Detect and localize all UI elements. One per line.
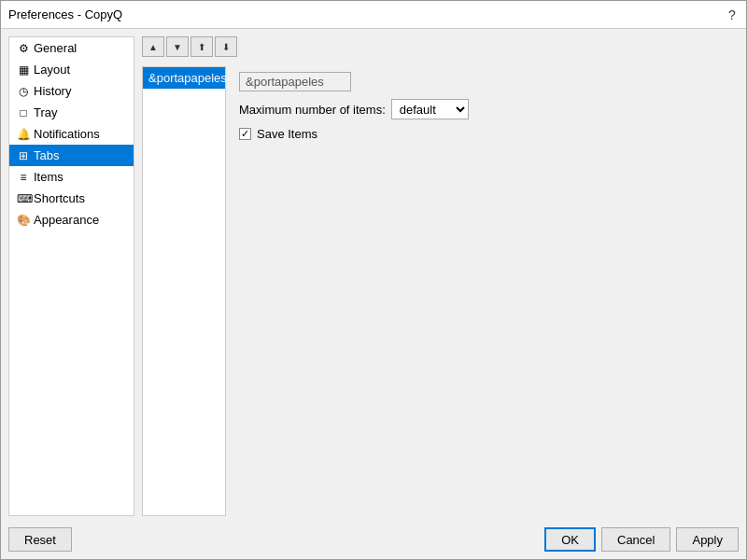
tray-icon: □ [17,106,30,119]
tabs-icon: ⊞ [17,149,30,162]
sidebar-item-shortcuts[interactable]: ⌨ Shortcuts [9,188,134,209]
title-bar-right: ? [722,8,739,21]
bottom-right: OK Cancel Apply [544,527,739,552]
general-icon: ⚙ [17,42,30,55]
sidebar: ⚙ General ▦ Layout ◷ History □ Tray 🔔 [8,36,134,516]
sidebar-item-label-appearance: Appearance [34,213,99,227]
max-items-select[interactable]: default 100 200 500 1000 unlimited [391,99,469,119]
sidebar-item-label-general: General [34,41,77,55]
sidebar-item-label-notifications: Notifications [34,127,100,141]
tab-list-panel: &portapapeles &portapapeles Maximum nu [142,66,739,516]
tab-list-box: &portapapeles [142,66,226,516]
layout-icon: ▦ [17,63,30,77]
items-icon: ≡ [17,171,30,184]
sidebar-item-layout[interactable]: ▦ Layout [9,59,134,80]
sidebar-item-label-tabs: Tabs [34,148,59,162]
reset-button[interactable]: Reset [8,527,72,552]
sidebar-item-appearance[interactable]: 🎨 Appearance [9,209,134,231]
max-items-dropdown[interactable]: default 100 200 500 1000 unlimited [392,100,468,119]
window-title: Preferences - CopyQ [8,7,122,21]
tab-list-item-label: &portapapeles [148,71,227,85]
title-bar-left: Preferences - CopyQ [8,7,122,21]
cancel-button[interactable]: Cancel [601,527,670,552]
sidebar-item-label-history: History [34,84,71,98]
content-area: ⚙ General ▦ Layout ◷ History □ Tray 🔔 [1,29,746,559]
apply-button[interactable]: Apply [676,527,739,552]
sidebar-item-items[interactable]: ≡ Items [9,166,134,188]
tab-name-value: &portapapeles [246,75,324,89]
move-down-button[interactable]: ▼ [166,36,189,57]
preferences-window: Preferences - CopyQ ? ⚙ General ▦ Layout… [0,0,747,560]
sidebar-item-label-items: Items [34,170,63,184]
save-items-checkbox[interactable] [239,128,251,140]
right-panel: ▲ ▼ ⬆ ⬇ &portapapeles [142,36,739,516]
tab-list-controls: ▲ ▼ ⬆ ⬇ [142,36,739,57]
save-items-row: Save Items [239,127,731,141]
move-top-button[interactable]: ⬆ [190,36,213,57]
history-icon: ◷ [17,85,30,98]
sidebar-item-tabs[interactable]: ⊞ Tabs [9,145,134,166]
tab-name-row: &portapapeles [239,72,731,91]
sidebar-item-history[interactable]: ◷ History [9,80,134,102]
appearance-icon: 🎨 [17,214,30,227]
max-items-row: Maximum number of items: default 100 200… [239,99,731,119]
shortcuts-icon: ⌨ [17,192,30,205]
sidebar-item-notifications[interactable]: 🔔 Notifications [9,123,134,145]
sidebar-item-general[interactable]: ⚙ General [9,37,134,59]
top-arrow-icon: ⬆ [198,42,205,52]
main-row: ⚙ General ▦ Layout ◷ History □ Tray 🔔 [8,36,739,516]
bottom-left: Reset [8,527,72,552]
up-arrow-icon: ▲ [148,42,158,52]
move-up-button[interactable]: ▲ [142,36,164,57]
title-bar: Preferences - CopyQ ? [1,1,746,29]
save-items-label: Save Items [257,127,317,141]
help-button[interactable]: ? [726,8,739,21]
sidebar-item-label-tray: Tray [34,105,58,119]
sidebar-item-label-shortcuts: Shortcuts [34,191,85,205]
sidebar-item-label-layout: Layout [34,63,70,77]
tab-name-display: &portapapeles [239,72,351,91]
move-bottom-button[interactable]: ⬇ [215,36,237,57]
ok-button[interactable]: OK [544,527,596,552]
notifications-icon: 🔔 [17,128,30,141]
bottom-bar: Reset OK Cancel Apply [8,524,739,552]
max-items-label: Maximum number of items: [239,103,386,117]
bottom-arrow-icon: ⬇ [222,42,230,52]
sidebar-item-tray[interactable]: □ Tray [9,102,134,123]
down-arrow-icon: ▼ [173,42,182,52]
tab-list-item[interactable]: &portapapeles [143,67,225,89]
tab-settings-panel: &portapapeles Maximum number of items: d… [232,66,739,516]
